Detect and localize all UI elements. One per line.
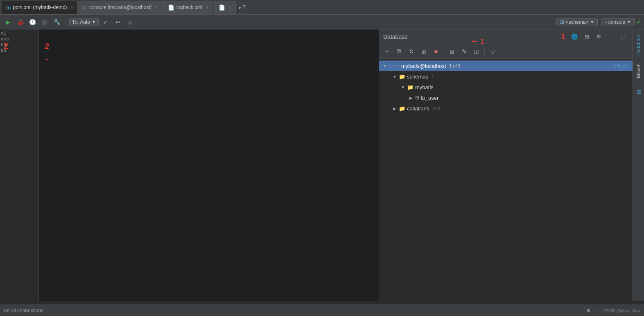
db-toolbar: + ⧉ ↻ ⊞ ■ ⊞ ✎ ⊡ ▽ (379, 44, 633, 59)
tree-icon-folder-collations: 📁 (399, 105, 405, 112)
tx-dropdown-arrow: ▼ (92, 20, 96, 24)
status-bar-left: ed all connections. (4, 308, 586, 314)
settings-button[interactable]: 🔧 (52, 17, 62, 27)
right-tab-database[interactable]: Database (634, 29, 643, 58)
tree-badge-root: 1 of 6 (449, 63, 461, 68)
toolbar-sep-1 (66, 18, 66, 26)
db-filter-button[interactable]: ▽ (487, 46, 498, 57)
rollback-button[interactable]: ↩ (113, 17, 123, 27)
main-layout: ml ava ba ba 2 ↓ Database 1 🌐 ⊟ ⚙ — ▷ + … (0, 29, 644, 301)
tree-item-tbuser[interactable]: ▶ ⊞ tb_user (379, 92, 633, 103)
tab-more-count: 7 (243, 4, 246, 10)
debug-button[interactable]: 🐞 (15, 17, 25, 27)
left-sidebar: ml ava ba ba (0, 29, 39, 301)
schema-label: <schema> (566, 19, 589, 25)
db-copy-button[interactable]: ⧉ (394, 46, 404, 57)
tab-logback-close[interactable]: × (206, 5, 208, 10)
db-panel-title: Database (383, 34, 558, 40)
console-arrow: ▼ (627, 20, 631, 24)
db-refresh-button[interactable]: ↻ (406, 46, 417, 57)
schema-icon: ⊞ (560, 19, 564, 25)
tab-icon-log: 📄 (168, 4, 174, 11)
main-toolbar: ▶ 🐞 🕐 ⬤ 🔧 Tx: Auto ▼ ✓ ↩ ◼ ⊞ <schema> ▼ … (0, 15, 644, 29)
db-layout-button[interactable]: ⊟ (582, 32, 592, 42)
db-panel-header: Database 1 🌐 ⊟ ⚙ — ▷ (379, 29, 633, 44)
db-filter-schema-button[interactable]: ⊞ (418, 46, 429, 57)
tree-count-schemas: 1 (432, 74, 434, 79)
tree-count-collations: 272 (432, 106, 440, 111)
history-button[interactable]: 🕐 (27, 17, 38, 27)
connected-indicator: ✓ (636, 18, 642, 26)
tree-item-root[interactable]: ▼ ▷ 〜 mybatis@localhost 1 of 6 +New▷ (379, 61, 633, 71)
db-stop-button[interactable]: ■ (431, 46, 441, 57)
tree-icon-table-tbuser: ⊞ (415, 95, 419, 101)
tab-unnamed-close[interactable]: × (229, 5, 231, 10)
db-settings-button[interactable]: ⚙ (594, 32, 604, 42)
db-edit-button[interactable]: ✎ (459, 46, 470, 57)
schema-dropdown[interactable]: ⊞ <schema> ▼ (556, 18, 598, 26)
tree-icon-wave: 〜 (395, 63, 400, 69)
tree-arrow-schemas: ▼ (392, 74, 397, 79)
tab-pom-label: pom.xml (mybatis-demo) (13, 4, 67, 10)
tree-root-action: +New▷ (615, 63, 629, 69)
stop-button[interactable]: ⬤ (39, 17, 50, 27)
editor-area[interactable]: 2 ↓ (39, 29, 379, 301)
tab-unnamed[interactable]: 📄 × (214, 1, 236, 14)
annotation-1: 1 (561, 32, 565, 41)
tab-icon-m: m (6, 4, 11, 11)
settings-gear-status[interactable]: ⚙ (586, 308, 591, 314)
tree-icon-folder-mybatis: 📁 (407, 84, 414, 90)
db-grid-button[interactable]: ⊞ (447, 46, 457, 57)
cancel-tx-button[interactable]: ◼ (125, 17, 136, 27)
right-tabs: Database Maven m (633, 29, 644, 301)
tree-label-tbuser: tb_user (421, 95, 438, 101)
tx-dropdown[interactable]: Tx: Auto ▼ (69, 18, 99, 26)
run-button[interactable]: ▶ (2, 17, 13, 27)
tree-label-root: mybatis@localhost (401, 63, 446, 69)
tree-arrow-root: ▼ (382, 64, 387, 68)
side-label-java: ava (1, 37, 38, 42)
side-label-ml: ml (1, 31, 38, 36)
tree-label-collations: collations (407, 105, 429, 112)
tree-label-schemas: schemas (407, 74, 428, 80)
status-bar-credit: CSDN @cher_Van (602, 308, 640, 313)
tab-console-close[interactable]: × (155, 5, 158, 10)
tab-pom[interactable]: m pom.xml (mybatis-demo) × (2, 1, 78, 14)
side-label-ba1: ba (1, 43, 38, 47)
tree-arrow-tbuser: ▶ (409, 96, 414, 100)
console-label: console (608, 19, 625, 25)
db-expand-button[interactable]: ▷ (619, 32, 628, 42)
tab-pom-close[interactable]: × (71, 5, 73, 10)
tree-icon-db-root: ▷ (389, 63, 393, 69)
tab-console[interactable]: ▷ console [mybatis@localhost] × (79, 1, 163, 14)
right-tab-maven[interactable]: Maven (634, 59, 643, 82)
tree-item-mybatis[interactable]: ▼ 📁 mybatis (379, 82, 633, 92)
side-label-ba2: ba (1, 48, 38, 53)
annotation-run-arrow: ↓ (45, 52, 49, 63)
minimize-status[interactable]: — (594, 308, 599, 314)
tree-icon-folder-schemas: 📁 (399, 74, 405, 80)
status-bar: ed all connections. ⚙ — CSDN @cher_Van (0, 305, 644, 316)
tab-logback[interactable]: 📄 logback.xml × (163, 1, 213, 14)
console-dropdown[interactable]: ▪ console ▼ (601, 18, 635, 26)
tx-label: Tx: Auto (72, 19, 90, 25)
schema-arrow: ▼ (590, 20, 594, 24)
db-toolbar-sep-1 (444, 47, 444, 56)
db-minimize-button[interactable]: — (606, 32, 616, 42)
tree-item-collations[interactable]: ▶ 📁 collations 272 (379, 103, 633, 114)
tab-console-label: console [mybatis@localhost] (89, 4, 151, 10)
db-preview-button[interactable]: ⊡ (471, 46, 482, 57)
db-globe-button[interactable]: 🌐 (569, 32, 579, 42)
status-bar-right: ⚙ — CSDN @cher_Van (586, 308, 640, 314)
tab-logback-label: logback.xml (176, 4, 202, 10)
right-tab-m[interactable]: m (634, 85, 644, 99)
tab-icon-console: ▷ (83, 4, 87, 11)
tab-bar: m pom.xml (mybatis-demo) × ▷ console [my… (0, 0, 644, 15)
tab-icon-unnamed: 📄 (219, 4, 225, 11)
tab-more-button[interactable]: ▸ 7 (237, 4, 248, 10)
annotation-2: 2 (45, 42, 49, 51)
db-add-button[interactable]: + (382, 46, 392, 57)
tree-item-schemas[interactable]: ▼ 📁 schemas 1 (379, 71, 633, 82)
console-icon: ▪ (605, 19, 606, 25)
commit-button[interactable]: ✓ (100, 17, 111, 27)
